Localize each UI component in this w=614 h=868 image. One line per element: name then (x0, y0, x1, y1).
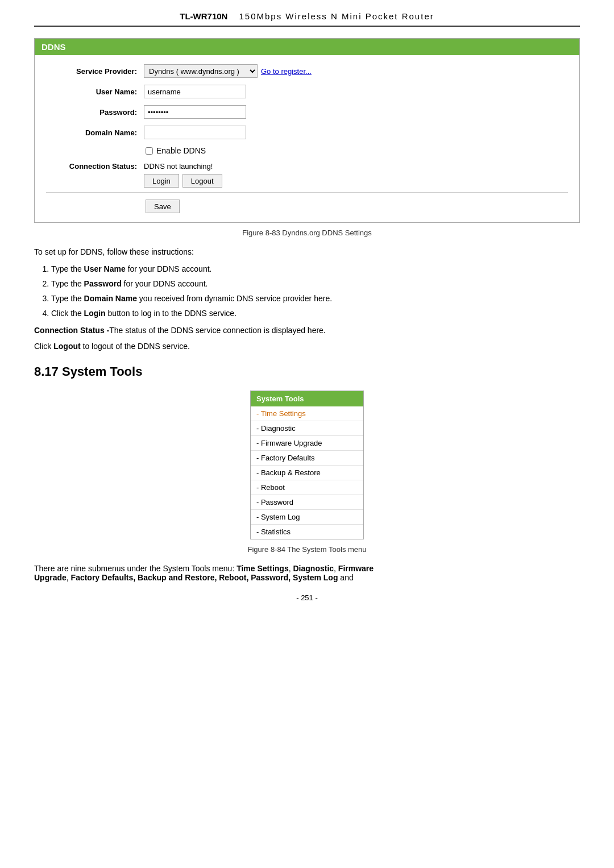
connection-status-note: Connection Status -The status of the DDN… (34, 326, 580, 335)
connection-status-content: DDNS not launching! Login Logout (144, 162, 222, 188)
instructions-intro: To set up for DDNS, follow these instruc… (34, 247, 580, 256)
page-number: - 251 - (34, 593, 580, 602)
menu-item-system-log[interactable]: - System Log (251, 510, 363, 525)
bold-time-settings: Time Settings (237, 564, 289, 573)
instructions-list: Type the User Name for your DDNS account… (51, 264, 580, 318)
connection-status-row: Connection Status: DDNS not launching! L… (46, 162, 568, 188)
service-provider-row: Service Provider: Dyndns ( www.dyndns.or… (46, 64, 568, 78)
connection-status-label: Connection Status: (46, 162, 137, 171)
connection-status-text: DDNS not launching! (144, 162, 222, 171)
footer-paragraph: There are nine submenus under the System… (34, 564, 580, 582)
ddns-panel-header: DDNS (35, 39, 579, 55)
menu-item-time-settings[interactable]: - Time Settings (251, 406, 363, 421)
list-item: Type the Domain Name you received from d… (51, 294, 580, 303)
domain-name-row: Domain Name: (46, 126, 568, 139)
menu-item-password[interactable]: - Password (251, 495, 363, 510)
bold-username: User Name (84, 264, 126, 273)
logout-button[interactable]: Logout (182, 174, 222, 188)
menu-item-backup-restore[interactable]: - Backup & Restore (251, 466, 363, 480)
page-header: TL-WR710N 150Mbps Wireless N Mini Pocket… (34, 11, 580, 27)
password-row: Password: (46, 105, 568, 119)
list-item: Type the Password for your DDNS account. (51, 279, 580, 288)
section-title: System Tools (62, 364, 142, 379)
connection-status-note-bold: Connection Status - (34, 326, 109, 335)
login-button[interactable]: Login (144, 174, 179, 188)
save-button[interactable]: Save (146, 200, 180, 213)
ddns-panel-body: Service Provider: Dyndns ( www.dyndns.or… (35, 55, 579, 222)
list-item: Type the User Name for your DDNS account… (51, 264, 580, 273)
section-heading: 8.17 System Tools (34, 364, 580, 379)
domain-label: Domain Name: (46, 128, 137, 137)
list-item: Click the Login button to log in to the … (51, 309, 580, 318)
go-to-register-link[interactable]: Go to register... (261, 67, 312, 76)
bold-password: Password (84, 279, 122, 288)
bold-factory-defaults: Factory Defaults, Backup and Restore, Re… (71, 573, 338, 582)
domain-input[interactable] (144, 126, 246, 139)
menu-item-firmware-upgrade[interactable]: - Firmware Upgrade (251, 436, 363, 451)
username-row: User Name: (46, 85, 568, 98)
service-provider-select[interactable]: Dyndns ( www.dyndns.org ) (144, 64, 258, 78)
menu-item-statistics[interactable]: - Statistics (251, 525, 363, 539)
username-label: User Name: (46, 88, 137, 96)
enable-ddns-label: Enable DDNS (156, 146, 206, 155)
username-input[interactable] (144, 85, 246, 98)
model-name: TL-WR710N (180, 11, 227, 21)
enable-ddns-row: Enable DDNS (146, 146, 568, 155)
bold-diagnostic: Diagnostic (293, 564, 334, 573)
enable-ddns-checkbox[interactable] (146, 147, 153, 155)
system-tools-menu: System Tools - Time Settings - Diagnosti… (250, 391, 364, 539)
login-logout-buttons: Login Logout (144, 174, 222, 188)
menu-item-factory-defaults[interactable]: - Factory Defaults (251, 451, 363, 466)
service-provider-label: Service Provider: (46, 67, 137, 76)
save-row: Save (46, 192, 568, 213)
menu-item-diagnostic[interactable]: - Diagnostic (251, 421, 363, 436)
model-description: 150Mbps Wireless N Mini Pocket Router (239, 11, 434, 21)
logout-bold: Logout (53, 342, 80, 351)
logout-note: Click Logout to logout of the DDNS servi… (34, 342, 580, 351)
password-label: Password: (46, 108, 137, 117)
figure-83-caption: Figure 8-83 Dyndns.org DDNS Settings (34, 229, 580, 237)
section-number: 8.17 (34, 364, 59, 379)
password-input[interactable] (144, 105, 246, 119)
menu-item-reboot[interactable]: - Reboot (251, 480, 363, 495)
system-tools-menu-header: System Tools (251, 391, 363, 406)
ddns-title: DDNS (42, 42, 66, 52)
figure-84-caption: Figure 8-84 The System Tools menu (34, 545, 580, 554)
ddns-panel: DDNS Service Provider: Dyndns ( www.dynd… (34, 38, 580, 223)
bold-domain: Domain Name (84, 294, 137, 303)
bold-login: Login (84, 309, 106, 318)
